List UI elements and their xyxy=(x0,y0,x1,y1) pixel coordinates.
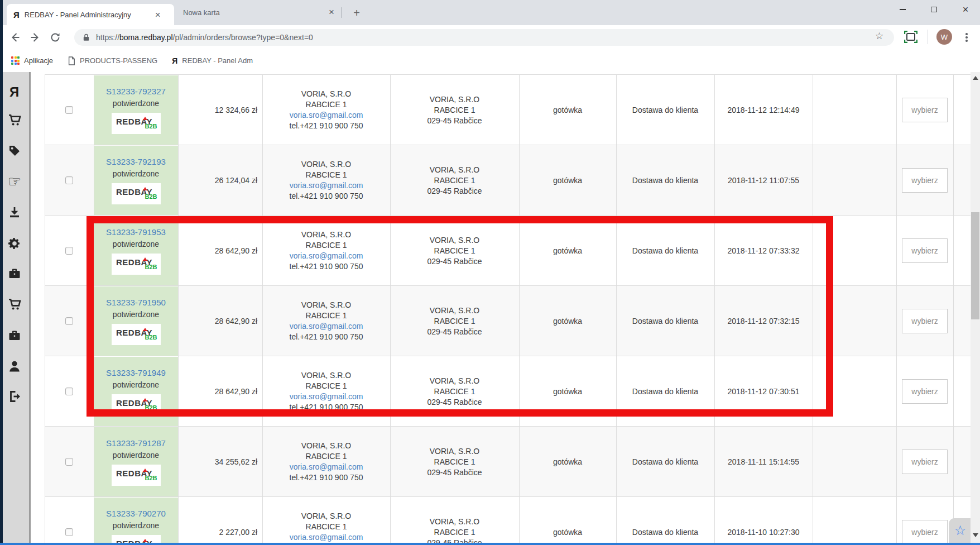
order-amount-cell: 12 324,66 zł xyxy=(178,75,262,145)
order-id-link[interactable]: S13233-791949 xyxy=(106,367,166,378)
customer-email-link[interactable]: voria.sro@gmail.com xyxy=(290,532,363,543)
delivery-address-cell: VORIA, S.R.O RABCICE 1 029-45 Rabčice xyxy=(390,427,519,496)
row-checkbox[interactable] xyxy=(65,247,73,255)
select-order-button[interactable]: wybierz xyxy=(902,379,948,404)
customer-email-link[interactable]: voria.sro@gmail.com xyxy=(290,321,363,332)
toolbar-separator xyxy=(928,30,928,44)
order-id-link[interactable]: S13233-790270 xyxy=(106,508,166,519)
row-checkbox[interactable] xyxy=(65,317,73,325)
order-id-cell: S13233-791953 potwierdzone REDBAY B2B xyxy=(94,216,178,285)
sidebar-icon-redbay-logo[interactable]: R xyxy=(0,83,29,102)
sidebar-icon-user[interactable] xyxy=(0,357,29,376)
order-row: S13233-791287 potwierdzone REDBAY B2B 34… xyxy=(45,426,971,496)
profile-avatar[interactable]: W xyxy=(936,29,952,45)
window-minimize-button[interactable] xyxy=(890,0,915,19)
table-grid-line xyxy=(262,74,263,543)
extension-capture-icon[interactable] xyxy=(904,31,917,45)
browser-tab-strip: R REDBAY - Panel Administracyjny × Nowa … xyxy=(0,0,980,25)
redbay-b2b-logo: REDBAY B2B xyxy=(112,394,161,415)
table-grid-line xyxy=(45,74,45,543)
sidebar-icon-download[interactable] xyxy=(0,203,29,222)
sidebar-icon-briefcase[interactable] xyxy=(0,264,29,283)
select-order-button[interactable]: wybierz xyxy=(902,450,948,474)
sidebar-icon-tag[interactable] xyxy=(0,141,29,160)
logo-caret xyxy=(143,328,147,331)
select-order-button[interactable]: wybierz xyxy=(902,520,948,543)
table-grid-line xyxy=(953,74,954,543)
row-checkbox[interactable] xyxy=(65,528,73,536)
window-close-button[interactable]: × xyxy=(953,0,978,19)
select-order-button[interactable]: wybierz xyxy=(902,168,948,193)
bookmark-apps[interactable]: Aplikacje xyxy=(0,56,53,65)
chrome-menu-icon[interactable] xyxy=(962,29,971,46)
order-date-cell: 2018-11-12 07:30:51 xyxy=(714,357,813,426)
customer-email-link[interactable]: voria.sro@gmail.com xyxy=(290,391,363,402)
bookmark-redbay-admin[interactable]: R REDBAY - Panel Adm xyxy=(172,56,253,65)
order-status: potwierdzone xyxy=(113,520,159,531)
bookmark-star-icon[interactable]: ☆ xyxy=(875,31,883,41)
customer-email-link[interactable]: voria.sro@gmail.com xyxy=(290,180,363,191)
sidebar-icon-cart[interactable] xyxy=(0,111,29,130)
address-bar[interactable]: https://boma.redbay.pl/pl/admin/orders/b… xyxy=(74,29,894,46)
tab-new-tab[interactable]: Nowa karta xyxy=(174,0,342,25)
logo-caret xyxy=(143,468,147,472)
scrollbar-thumb[interactable] xyxy=(971,212,979,319)
order-date-cell: 2018-11-12 07:33:32 xyxy=(714,216,813,285)
sidebar-icon-logout[interactable] xyxy=(0,387,29,406)
sidebar-icon-gear[interactable] xyxy=(0,234,29,253)
empty-cell xyxy=(813,427,896,496)
customer-email-link[interactable]: voria.sro@gmail.com xyxy=(290,462,363,472)
sidebar-icon-hand-pointer[interactable]: ☞ xyxy=(0,172,29,191)
delivery-method-cell: Dostawa do klienta xyxy=(616,75,714,145)
row-checkbox[interactable] xyxy=(65,106,73,114)
order-status: potwierdzone xyxy=(113,239,159,250)
row-select-cell xyxy=(45,286,94,356)
sidebar-icon-cart[interactable] xyxy=(0,295,29,314)
order-date-cell: 2018-11-12 07:32:15 xyxy=(714,286,813,356)
order-amount-cell: 28 642,90 zł xyxy=(178,357,262,426)
order-amount-cell: 28 642,90 zł xyxy=(178,286,262,356)
row-checkbox[interactable] xyxy=(65,388,73,395)
row-select-cell xyxy=(45,427,94,496)
order-id-link[interactable]: S13233-791287 xyxy=(106,438,166,448)
action-cell: wybierz xyxy=(896,427,953,496)
sidebar-icon-briefcase[interactable] xyxy=(0,326,29,345)
logo-caret xyxy=(143,187,147,190)
order-id-link[interactable]: S13233-792327 xyxy=(106,86,166,97)
back-icon[interactable] xyxy=(7,29,23,46)
table-grid-line xyxy=(519,74,520,543)
new-tab-button[interactable]: + xyxy=(349,6,364,20)
payment-method-cell: gotówka xyxy=(519,427,616,496)
order-status: potwierdzone xyxy=(113,169,159,179)
window-maximize-button[interactable] xyxy=(921,0,947,19)
order-id-cell: S13233-791287 potwierdzone REDBAY B2B xyxy=(94,427,178,496)
table-grid-line xyxy=(616,74,617,543)
apps-grid-icon xyxy=(11,56,20,65)
redbay-b2b-logo: REDBAY B2B xyxy=(112,535,161,543)
action-cell: wybierz xyxy=(896,75,953,145)
row-checkbox[interactable] xyxy=(65,176,73,184)
row-checkbox[interactable] xyxy=(65,458,73,466)
scrollbar-up-arrow[interactable] xyxy=(973,76,978,80)
select-order-button[interactable]: wybierz xyxy=(902,309,948,333)
empty-cell xyxy=(813,146,896,215)
order-id-link[interactable]: S13233-791953 xyxy=(106,227,166,237)
customer-email-link[interactable]: voria.sro@gmail.com xyxy=(290,251,363,261)
reload-icon[interactable] xyxy=(47,29,64,46)
tab-close-icon[interactable]: × xyxy=(155,10,161,20)
select-order-button[interactable]: wybierz xyxy=(902,98,948,122)
order-id-link[interactable]: S13233-791950 xyxy=(106,297,166,308)
select-order-button[interactable]: wybierz xyxy=(902,238,948,263)
order-id-link[interactable]: S13233-792193 xyxy=(106,156,166,167)
table-grid-line xyxy=(714,74,715,543)
tab-redbay-admin[interactable]: R REDBAY - Panel Administracyjny × xyxy=(7,4,174,25)
scrollbar-down-arrow[interactable] xyxy=(973,533,978,537)
row-select-cell xyxy=(45,498,94,543)
bookmark-products-passeng[interactable]: PRODUCTS-PASSENG xyxy=(68,56,157,65)
payment-method-cell: gotówka xyxy=(519,286,616,356)
redbay-b2b-logo: REDBAY B2B xyxy=(112,254,161,275)
favorite-star-popup[interactable]: ☆ xyxy=(949,518,972,543)
forward-icon[interactable] xyxy=(27,29,44,46)
tab-close-icon[interactable]: × xyxy=(329,7,334,17)
customer-email-link[interactable]: voria.sro@gmail.com xyxy=(290,110,363,121)
